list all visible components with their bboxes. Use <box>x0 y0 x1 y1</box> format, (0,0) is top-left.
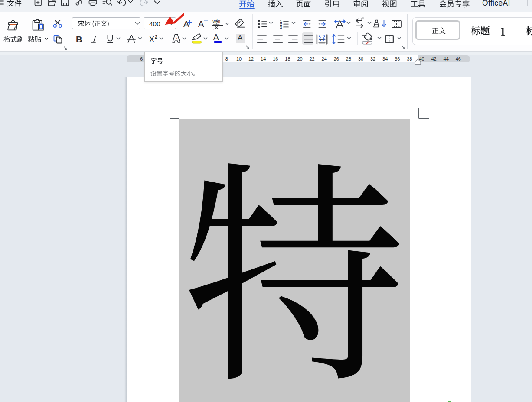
svg-text:12: 12 <box>248 56 254 62</box>
svg-text:6: 6 <box>140 56 143 62</box>
svg-text:16: 16 <box>273 56 278 62</box>
svg-text:8: 8 <box>225 56 228 62</box>
svg-text:26: 26 <box>334 56 339 62</box>
svg-text:42: 42 <box>431 56 436 62</box>
svg-text:24: 24 <box>322 56 327 62</box>
svg-text:38: 38 <box>407 56 412 62</box>
svg-text:28: 28 <box>346 56 351 62</box>
svg-text:36: 36 <box>395 56 400 62</box>
svg-text:18: 18 <box>285 56 290 62</box>
svg-text:46: 46 <box>456 56 461 62</box>
svg-text:34: 34 <box>382 56 388 62</box>
svg-text:20: 20 <box>297 56 302 62</box>
svg-text:44: 44 <box>444 56 449 62</box>
svg-text:22: 22 <box>309 56 314 62</box>
svg-text:32: 32 <box>370 56 375 62</box>
svg-text:14: 14 <box>261 56 266 62</box>
svg-text:10: 10 <box>236 56 242 62</box>
svg-text:30: 30 <box>358 56 363 62</box>
